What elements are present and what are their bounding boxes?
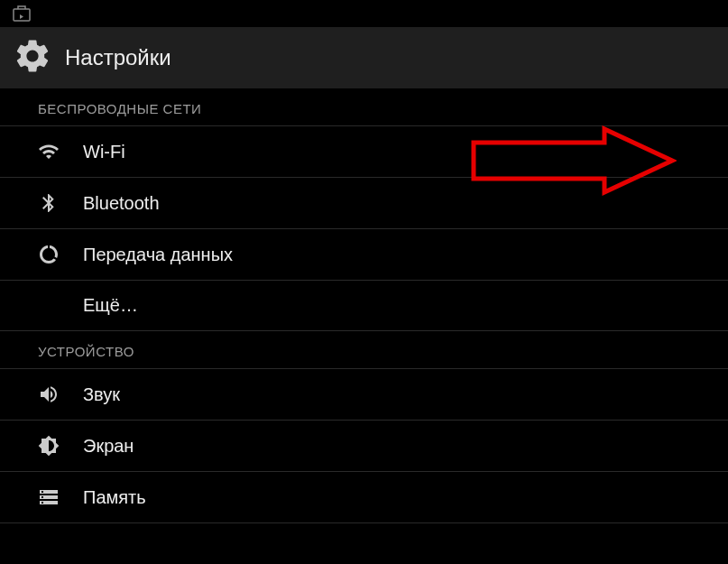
status-bar <box>0 0 728 27</box>
item-label: Звук <box>83 384 120 405</box>
settings-item-display[interactable]: Экран <box>0 420 728 471</box>
section-header-wireless: БЕСПРОВОДНЫЕ СЕТИ <box>0 88 728 125</box>
storage-icon <box>38 486 60 508</box>
item-label: Передача данных <box>83 245 233 265</box>
settings-item-storage[interactable]: Память <box>0 471 728 523</box>
settings-item-wifi[interactable]: Wi-Fi <box>0 125 728 177</box>
settings-item-sound[interactable]: Звук <box>0 368 728 420</box>
settings-item-bluetooth[interactable]: Bluetooth <box>0 177 728 228</box>
speaker-icon <box>38 384 60 405</box>
wifi-icon <box>38 141 60 162</box>
wireless-section: БЕСПРОВОДНЫЕ СЕТИ Wi-Fi Bluetooth Переда… <box>0 88 728 331</box>
item-label: Bluetooth <box>83 193 160 214</box>
section-header-device: УСТРОЙСТВО <box>0 331 728 368</box>
item-label: Wi-Fi <box>83 142 125 162</box>
item-label: Память <box>83 487 146 508</box>
data-usage-icon <box>38 244 60 265</box>
settings-item-data-usage[interactable]: Передача данных <box>0 228 728 280</box>
play-store-icon <box>11 3 32 24</box>
bluetooth-icon <box>38 192 60 214</box>
brightness-icon <box>38 435 60 457</box>
svg-rect-0 <box>14 9 30 21</box>
page-title: Настройки <box>65 45 171 70</box>
settings-header: Настройки <box>0 27 728 88</box>
item-label: Ещё… <box>83 295 138 316</box>
gear-icon <box>13 36 52 79</box>
device-section: УСТРОЙСТВО Звук Экран Память <box>0 331 728 523</box>
item-label: Экран <box>83 436 134 457</box>
settings-item-more[interactable]: Ещё… <box>0 280 728 331</box>
